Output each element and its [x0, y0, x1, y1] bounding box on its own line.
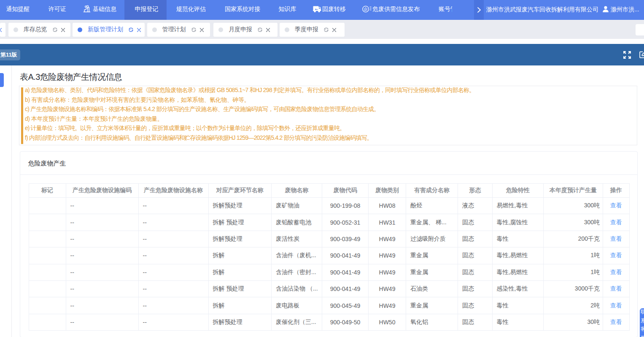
svg-text:企: 企: [364, 7, 368, 11]
